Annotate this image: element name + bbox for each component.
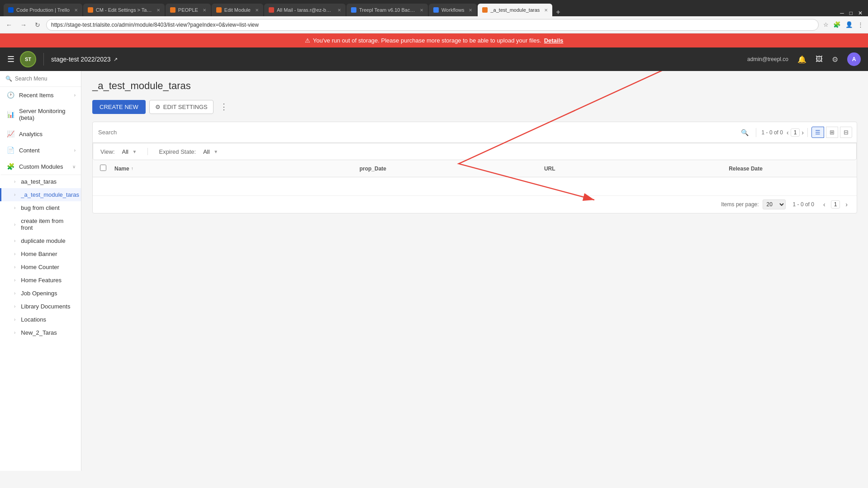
sidebar-subitem-label: Home Features [21, 277, 62, 284]
sidebar-subitem-bug-from-client[interactable]: › bug from client [0, 201, 81, 214]
tab-favicon [269, 7, 274, 13]
sidebar-item-content[interactable]: 📄 Content › [0, 142, 81, 158]
chart-icon: 📊 [7, 111, 14, 118]
tab-favicon [482, 7, 488, 13]
sidebar-subitem-home-banner[interactable]: › Home Banner [0, 247, 81, 261]
tab-bar: Code Production | Trello ✕ CM - Edit Set… [0, 0, 868, 16]
extensions-btn[interactable]: 🧩 [832, 20, 842, 29]
release-date-column-header: Release Date [729, 166, 849, 172]
sidebar-subitem-new2-taras[interactable]: › New_2_Taras [0, 326, 81, 339]
search-input[interactable] [93, 125, 737, 140]
sidebar-subitem-aa-test-taras[interactable]: › aa_test_taras [0, 175, 81, 188]
list-view-button[interactable]: ☰ [811, 127, 824, 138]
tree-view-button[interactable]: ⊞ [826, 127, 838, 138]
prev-page-button-top[interactable]: ‹ [785, 128, 791, 137]
sidebar-search-container: 🔍 [0, 71, 81, 87]
tab-label: Workflows [441, 7, 465, 13]
sidebar-subitem-label: bug from client [21, 204, 59, 211]
tab-close[interactable]: ✕ [469, 8, 472, 13]
menu-btn[interactable]: ⋮ [857, 20, 864, 29]
sidebar-subitem-label: aa_test_taras [21, 178, 57, 185]
site-logo: ST [20, 51, 36, 67]
tab-cm-edit[interactable]: CM - Edit Settings > Table... ✕ [83, 4, 165, 16]
reload-button[interactable]: ↻ [33, 20, 43, 29]
sidebar-item-recent-items[interactable]: 🕐 Recent Items › [0, 87, 81, 103]
forward-button[interactable]: → [18, 20, 29, 29]
address-input[interactable] [46, 19, 819, 31]
divider [147, 148, 148, 155]
table-footer: Items per page: 20 50 100 1 - 0 of 0 ‹ 1… [93, 195, 857, 213]
select-all-checkbox[interactable] [100, 165, 106, 171]
alert-banner: ⚠ You've run out of storage. Please purc… [0, 33, 868, 47]
sidebar-subitem-locations[interactable]: › Locations [0, 313, 81, 326]
view-filter-select[interactable]: All [122, 148, 135, 155]
tab-close[interactable]: ✕ [544, 8, 548, 13]
more-options-button[interactable]: ⋮ [217, 99, 231, 114]
tab-treepl[interactable]: Treepl Team v6.10 Backlo... ✕ [346, 4, 428, 16]
back-button[interactable]: ← [4, 20, 14, 29]
sidebar-subitem-a-test-module-taras[interactable]: › _a_test_module_taras [0, 188, 81, 201]
sidebar: 🔍 🕐 Recent Items › 📊 Server Monitoring (… [0, 71, 81, 471]
sidebar-item-custom-modules[interactable]: 🧩 Custom Modules ∨ [0, 158, 81, 175]
next-page-button[interactable]: › [844, 200, 849, 209]
tab-test-module[interactable]: _a_test_module_taras ✕ [478, 4, 552, 16]
main-content: _a_test_module_taras CREATE NEW ⚙ EDIT S… [81, 71, 868, 471]
search-input[interactable] [15, 76, 76, 82]
bookmark-btn[interactable]: ☆ [822, 20, 830, 29]
sidebar-subitem-duplicate-module[interactable]: › duplicate module [0, 234, 81, 247]
top-pagination-info: 1 - 0 of 0 [760, 129, 785, 136]
tab-allmail[interactable]: All Mail - taras.r@ez-bc.co... ✕ [264, 4, 346, 16]
tab-people[interactable]: PEOPLE ✕ [166, 4, 211, 16]
media-button[interactable]: 🖼 [816, 55, 823, 63]
new-tab-button[interactable]: + [553, 8, 563, 16]
prev-page-button[interactable]: ‹ [821, 200, 827, 209]
sidebar-subitem-create-item[interactable]: › create item from front [0, 214, 81, 234]
notifications-button[interactable]: 🔔 [797, 55, 806, 64]
sidebar-subitem-home-features[interactable]: › Home Features [0, 274, 81, 287]
sidebar-item-analytics[interactable]: 📈 Analytics [0, 126, 81, 142]
tab-favicon [433, 7, 439, 13]
chevron-right-icon: › [74, 148, 76, 153]
sidebar-subitem-home-counter[interactable]: › Home Counter [0, 261, 81, 274]
create-new-button[interactable]: CREATE NEW [92, 100, 146, 114]
edit-settings-button[interactable]: ⚙ EDIT SETTINGS [149, 100, 213, 114]
sidebar-subitem-library-documents[interactable]: › Library Documents [0, 300, 81, 313]
tab-close[interactable]: ✕ [74, 8, 78, 13]
tab-workflows[interactable]: Workflows ✕ [429, 4, 477, 16]
tab-favicon [216, 7, 222, 13]
tab-close[interactable]: ✕ [157, 8, 160, 13]
view-controls: ☰ ⊞ ⊟ [811, 127, 852, 138]
hamburger-button[interactable]: ☰ [7, 54, 14, 64]
hierarchy-view-button[interactable]: ⊟ [840, 127, 852, 138]
chevron-right-icon: › [14, 265, 15, 270]
prop-date-column-header: prop_Date [360, 166, 541, 172]
tab-close[interactable]: ✕ [255, 8, 259, 13]
table-header: Name ↑ prop_Date URL Release Date [93, 160, 857, 177]
tab-favicon [88, 7, 93, 13]
items-per-page-select[interactable]: 20 50 100 [763, 199, 786, 209]
tab-label: All Mail - taras.r@ez-bc.co... [277, 7, 333, 13]
chevron-right-icon: › [14, 330, 15, 335]
tab-code-production[interactable]: Code Production | Trello ✕ [4, 4, 82, 16]
tab-close[interactable]: ✕ [203, 8, 206, 13]
alert-details-link[interactable]: Details [544, 37, 564, 44]
chevron-right-icon: › [14, 205, 15, 210]
chevron-right-icon: › [14, 179, 15, 184]
tab-close[interactable]: ✕ [337, 8, 341, 13]
expired-filter-select[interactable]: All [203, 148, 216, 155]
name-column-header[interactable]: Name ↑ [114, 166, 356, 172]
page-number: 1 [831, 200, 840, 208]
tab-close[interactable]: ✕ [420, 8, 423, 13]
sidebar-item-server-monitoring[interactable]: 📊 Server Monitoring (beta) [0, 103, 81, 126]
next-page-button-top[interactable]: › [800, 128, 806, 137]
settings-button[interactable]: ⚙ [832, 55, 838, 64]
user-avatar: A [847, 52, 861, 66]
tab-label: PEOPLE [178, 7, 198, 13]
window-controls: ─□✕ [835, 10, 868, 16]
profile-btn[interactable]: 👤 [844, 20, 854, 29]
view-filter-label: View: [100, 148, 115, 155]
tab-edit-module[interactable]: Edit Module ✕ [212, 4, 263, 16]
chevron-right-icon: › [14, 238, 15, 243]
browser-chrome: Code Production | Trello ✕ CM - Edit Set… [0, 0, 868, 33]
sidebar-subitem-job-openings[interactable]: › Job Openings [0, 287, 81, 300]
